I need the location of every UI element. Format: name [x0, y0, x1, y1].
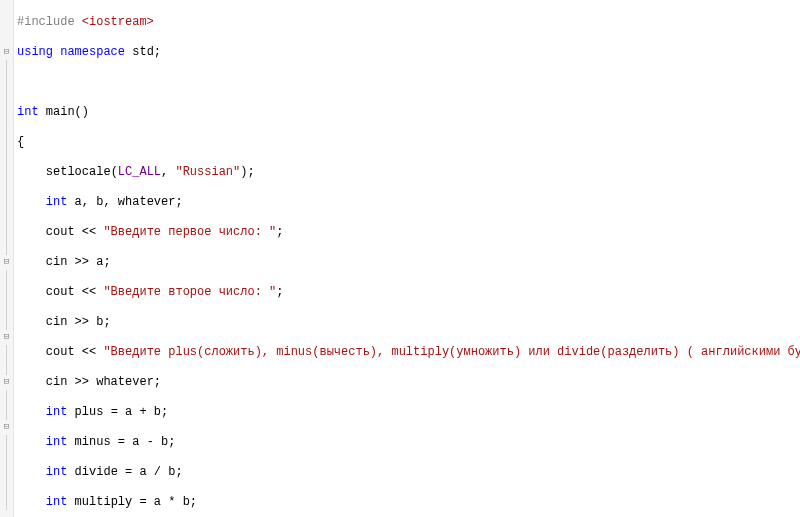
fold-guide	[0, 405, 13, 420]
fold-empty	[0, 0, 13, 15]
text: std;	[125, 45, 161, 59]
code-line[interactable]: {	[17, 135, 800, 150]
fold-guide	[0, 360, 13, 375]
fold-guide	[0, 435, 13, 450]
fold-guide	[0, 180, 13, 195]
fold-collapse-icon[interactable]: ⊟	[0, 375, 13, 390]
fold-guide	[0, 75, 13, 90]
fold-empty	[0, 30, 13, 45]
indent	[17, 405, 46, 419]
indent	[17, 165, 46, 179]
text: cin >> a;	[46, 255, 111, 269]
fold-guide	[0, 135, 13, 150]
indent	[17, 315, 46, 329]
code-line[interactable]: int divide = a / b;	[17, 465, 800, 480]
indent	[17, 495, 46, 509]
code-line[interactable]: cout << "Введите plus(сложить), minus(вы…	[17, 345, 800, 360]
fold-collapse-icon[interactable]: ⊟	[0, 420, 13, 435]
fold-guide	[0, 495, 13, 510]
fold-guide	[0, 240, 13, 255]
text: ;	[276, 285, 283, 299]
indent	[17, 345, 46, 359]
text: plus = a + b;	[67, 405, 168, 419]
indent	[17, 225, 46, 239]
string: "Russian"	[175, 165, 240, 179]
text: (	[111, 165, 118, 179]
func: setlocale	[46, 165, 111, 179]
code-editor[interactable]: ⊟ ⊟ ⊟ ⊟ ⊟ #include <iostream> using name…	[0, 0, 800, 517]
code-line[interactable]: int plus = a + b;	[17, 405, 800, 420]
preprocessor: #include	[17, 15, 82, 29]
code-line[interactable]: int multiply = a * b;	[17, 495, 800, 510]
text: a, b, whatever;	[67, 195, 182, 209]
fold-guide	[0, 315, 13, 330]
fold-guide	[0, 345, 13, 360]
text: );	[240, 165, 254, 179]
text: main()	[39, 105, 89, 119]
code-line[interactable]	[17, 75, 800, 90]
keyword: int	[46, 465, 68, 479]
fold-guide	[0, 90, 13, 105]
text: cout <<	[46, 285, 104, 299]
text: cin >> whatever;	[46, 375, 161, 389]
keyword: int	[46, 495, 68, 509]
code-line[interactable]: int a, b, whatever;	[17, 195, 800, 210]
indent	[17, 435, 46, 449]
code-line[interactable]: cout << "Введите первое число: ";	[17, 225, 800, 240]
fold-guide	[0, 225, 13, 240]
keyword: int	[46, 405, 68, 419]
code-line[interactable]: int minus = a - b;	[17, 435, 800, 450]
fold-guide	[0, 195, 13, 210]
include-header: <iostream>	[82, 15, 154, 29]
fold-guide	[0, 210, 13, 225]
code-line[interactable]: cin >> b;	[17, 315, 800, 330]
fold-gutter: ⊟ ⊟ ⊟ ⊟ ⊟	[0, 0, 14, 517]
fold-guide	[0, 120, 13, 135]
fold-guide	[0, 300, 13, 315]
text: divide = a / b;	[67, 465, 182, 479]
keyword: using namespace	[17, 45, 125, 59]
code-line[interactable]: #include <iostream>	[17, 15, 800, 30]
indent	[17, 465, 46, 479]
keyword: int	[17, 105, 39, 119]
string: "Введите plus(сложить), minus(вычесть), …	[103, 345, 800, 359]
fold-collapse-icon[interactable]: ⊟	[0, 45, 13, 60]
fold-guide	[0, 105, 13, 120]
string: "Введите первое число: "	[103, 225, 276, 239]
constant: LC_ALL	[118, 165, 161, 179]
string: "Введите второе число: "	[103, 285, 276, 299]
fold-guide	[0, 60, 13, 75]
fold-guide	[0, 270, 13, 285]
code-line[interactable]: setlocale(LC_ALL, "Russian");	[17, 165, 800, 180]
indent	[17, 255, 46, 269]
keyword: int	[46, 435, 68, 449]
text: ;	[276, 225, 283, 239]
text: cout <<	[46, 225, 104, 239]
code-line[interactable]: cout << "Введите второе число: ";	[17, 285, 800, 300]
text: cin >> b;	[46, 315, 111, 329]
code-line[interactable]: using namespace std;	[17, 45, 800, 60]
fold-collapse-icon[interactable]: ⊟	[0, 330, 13, 345]
fold-guide	[0, 465, 13, 480]
fold-guide	[0, 480, 13, 495]
code-line[interactable]: cin >> a;	[17, 255, 800, 270]
indent	[17, 195, 46, 209]
fold-empty	[0, 15, 13, 30]
code-line[interactable]: int main()	[17, 105, 800, 120]
brace: {	[17, 135, 24, 149]
indent	[17, 285, 46, 299]
code-area[interactable]: #include <iostream> using namespace std;…	[14, 0, 800, 517]
keyword: int	[46, 195, 68, 209]
fold-guide	[0, 450, 13, 465]
fold-collapse-icon[interactable]: ⊟	[0, 255, 13, 270]
fold-guide	[0, 150, 13, 165]
fold-guide	[0, 285, 13, 300]
text: ,	[161, 165, 175, 179]
text: cout <<	[46, 345, 104, 359]
code-line[interactable]: cin >> whatever;	[17, 375, 800, 390]
fold-guide	[0, 390, 13, 405]
indent	[17, 375, 46, 389]
fold-guide	[0, 165, 13, 180]
text: multiply = a * b;	[67, 495, 197, 509]
text: minus = a - b;	[67, 435, 175, 449]
